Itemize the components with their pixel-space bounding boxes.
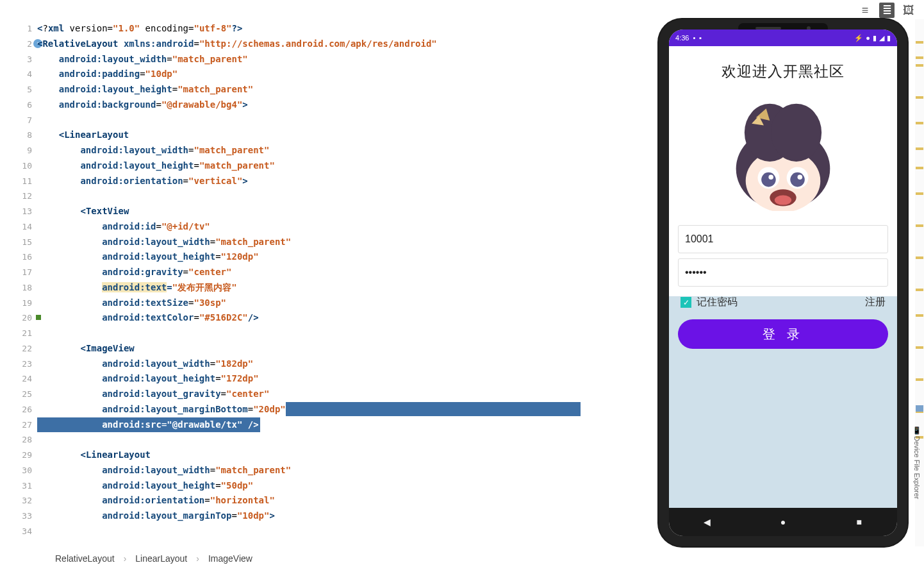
background-wash	[669, 341, 897, 508]
register-link[interactable]: 注册	[865, 296, 886, 309]
status-bar: 4:36•▪ ⚡●▮◢▮	[669, 29, 897, 46]
svg-point-6	[761, 172, 776, 187]
status-wifi-icon: ◢	[879, 34, 884, 42]
view-icon-1[interactable]: ≡	[857, 3, 873, 18]
status-battery-icon: ▮	[887, 34, 891, 42]
remember-label: 记住密码	[697, 296, 738, 309]
nav-home-icon[interactable]: ●	[777, 516, 789, 528]
emulator-device: 4:36•▪ ⚡●▮◢▮ 欢迎进入开黑社区	[659, 19, 907, 546]
username-field[interactable]: 10001	[678, 225, 888, 253]
android-navbar[interactable]: ◀ ● ■	[669, 508, 897, 536]
nav-recent-icon[interactable]: ■	[853, 516, 866, 528]
avatar-image	[723, 90, 843, 211]
remember-checkbox[interactable]: ✓ 记住密码	[681, 296, 738, 309]
username-value: 10001	[685, 233, 714, 245]
emulator-screen[interactable]: 4:36•▪ ⚡●▮◢▮ 欢迎进入开黑社区	[669, 29, 897, 536]
breadcrumb-sep: ›	[124, 553, 127, 564]
status-signal-icon: ▮	[873, 34, 877, 42]
svg-point-3	[771, 104, 821, 162]
breadcrumb-item[interactable]: ImageView	[208, 553, 252, 564]
svg-point-8	[768, 175, 773, 180]
breadcrumb-item[interactable]: LinearLayout	[135, 553, 187, 564]
password-value: ••••••	[685, 267, 707, 278]
device-explorer-tab[interactable]: 📱 Device File Explorer	[911, 423, 924, 501]
svg-point-11	[775, 196, 791, 205]
line-gutter: 12‹3456789101112131415161718192021222324…	[0, 19, 37, 546]
breadcrumb-item[interactable]: RelativeLayout	[55, 553, 115, 564]
view-icon-3[interactable]: 🖼	[901, 3, 916, 18]
breadcrumb[interactable]: RelativeLayout › LinearLayout › ImageVie…	[55, 553, 252, 564]
nav-back-icon[interactable]: ◀	[700, 516, 713, 528]
check-icon: ✓	[681, 297, 691, 308]
password-field[interactable]: ••••••	[678, 258, 888, 287]
status-time: 4:36	[675, 34, 689, 42]
app-title: 欢迎进入开黑社区	[678, 46, 888, 90]
login-button[interactable]: 登 录	[678, 319, 888, 349]
code-editor[interactable]: 12‹3456789101112131415161718192021222324…	[0, 19, 618, 546]
status-bolt-icon: ⚡	[854, 34, 863, 42]
view-icon-2[interactable]: ≣	[879, 3, 895, 18]
breadcrumb-sep: ›	[196, 553, 199, 564]
status-dot2-icon: ●	[866, 34, 870, 42]
status-square-icon: ▪	[699, 34, 702, 42]
svg-point-9	[798, 175, 803, 180]
code-area[interactable]: <?xml version="1.0" encoding="utf-8"?><R…	[37, 19, 618, 546]
status-dot-icon: •	[693, 34, 695, 42]
app-body: 欢迎进入开黑社区	[669, 46, 897, 508]
svg-point-7	[790, 172, 805, 187]
